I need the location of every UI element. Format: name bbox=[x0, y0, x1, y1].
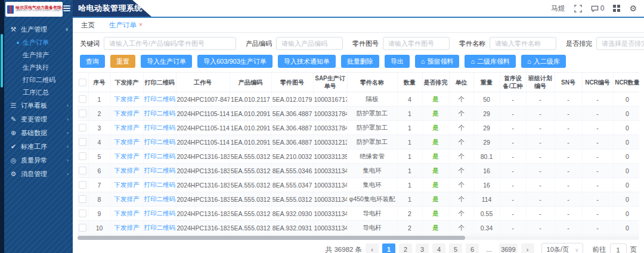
chevron-right-icon: › bbox=[67, 158, 69, 163]
horizontal-scrollbar-thumb[interactable] bbox=[78, 236, 465, 240]
toolbar-button-9[interactable]: ⌂入二级库 bbox=[521, 55, 566, 68]
cell-checkbox bbox=[78, 192, 88, 207]
page-size-select[interactable]: 10条/页∨ bbox=[541, 243, 583, 253]
button-label: 导入生产订单 bbox=[147, 57, 186, 66]
print-link[interactable]: 打印二维码 bbox=[144, 195, 176, 202]
scheduled-flag: 是 bbox=[432, 110, 439, 117]
filter-input[interactable] bbox=[383, 37, 450, 50]
page-button-5[interactable]: 5 bbox=[449, 243, 462, 253]
sidebar: 哈尔滨电气动力装备有限公司 HARBIN ELECTRIC POWER EQUI… bbox=[0, 0, 73, 253]
sidebar-item-standard-process[interactable]: ✔标准工序› bbox=[4, 140, 73, 154]
goto-page-input[interactable] bbox=[610, 243, 627, 253]
filter-input[interactable] bbox=[104, 37, 236, 50]
sidebar-item-order-board[interactable]: ☰订单看板› bbox=[4, 99, 73, 113]
print-link[interactable]: 打印二维码 bbox=[144, 124, 176, 131]
dispatch-link[interactable]: 下发排产 bbox=[114, 110, 140, 117]
sidebar-item-message[interactable]: ⚙消息管理› bbox=[4, 167, 73, 181]
page-button-6[interactable]: 6 bbox=[466, 243, 479, 253]
row-checkbox[interactable] bbox=[79, 195, 86, 203]
print-link[interactable]: 打印二维码 bbox=[144, 152, 176, 160]
orders-table: 序号下发排产打印二维码工作号产品编码零件图号SAP生产订单号零件名称数量是否排完… bbox=[78, 73, 639, 235]
cell-print: 打印二维码 bbox=[143, 164, 176, 178]
print-link[interactable]: 打印二维码 bbox=[144, 210, 176, 217]
apps-grid-icon[interactable] bbox=[613, 5, 620, 12]
row-checkbox[interactable] bbox=[79, 110, 86, 117]
cell-team_plan: - bbox=[526, 164, 555, 178]
cell-ncr_no: - bbox=[582, 178, 613, 192]
sidebar-subitem-0[interactable]: 生产订单 bbox=[4, 36, 73, 49]
toolbar-button-7[interactable]: ⌂预留领料 bbox=[415, 55, 460, 68]
row-checkbox[interactable] bbox=[79, 210, 86, 217]
toolbar-button-5[interactable]: 批量删除 bbox=[341, 55, 379, 68]
cell-weight: 16 bbox=[473, 164, 500, 178]
toolbar-button-0[interactable]: 查询 bbox=[80, 55, 105, 68]
row-checkbox[interactable] bbox=[79, 152, 86, 160]
filter-input[interactable] bbox=[276, 37, 343, 50]
select-all-checkbox[interactable] bbox=[79, 79, 86, 86]
horizontal-scrollbar[interactable] bbox=[78, 236, 639, 240]
row-checkbox[interactable] bbox=[79, 124, 86, 132]
dispatch-link[interactable]: 下发排产 bbox=[114, 138, 140, 145]
sidebar-item-production[interactable]: ⚒生产管理∨ bbox=[4, 23, 73, 36]
settings-gear-icon[interactable]: ⚙ bbox=[629, 4, 637, 13]
toolbar-button-6[interactable]: 导出 bbox=[385, 55, 410, 68]
toolbar-button-1[interactable]: 重置 bbox=[110, 55, 135, 68]
cell-weight: 29 bbox=[473, 135, 500, 149]
tab-0[interactable]: 主页 bbox=[81, 21, 95, 30]
sidebar-subitem-3[interactable]: 打印二维码 bbox=[4, 74, 73, 86]
print-link[interactable]: 打印二维码 bbox=[144, 167, 176, 174]
page-button-4[interactable]: 4 bbox=[432, 243, 445, 253]
dispatch-link[interactable]: 下发排产 bbox=[114, 152, 140, 160]
toolbar-button-4[interactable]: 导入技术通知单 bbox=[278, 55, 336, 68]
dispatch-link[interactable]: 下发排产 bbox=[114, 210, 140, 217]
print-link[interactable]: 打印二维码 bbox=[144, 110, 176, 117]
cell-scheduled: 是 bbox=[422, 221, 449, 235]
fullscreen-icon[interactable] bbox=[574, 5, 582, 13]
dispatch-link[interactable]: 下发排产 bbox=[114, 167, 140, 174]
filter-select[interactable]: 请选择是否排完∨ bbox=[596, 37, 644, 50]
sidebar-subitem-2[interactable]: 生产执行 bbox=[4, 61, 73, 74]
toolbar-button-8[interactable]: ⌂二级库领料 bbox=[465, 55, 516, 68]
print-link[interactable]: 打印二维码 bbox=[144, 181, 176, 188]
row-checkbox[interactable] bbox=[79, 138, 86, 146]
sidebar-item-base-data[interactable]: ⊕基础数据› bbox=[4, 126, 73, 140]
sidebar-collapse-icon[interactable] bbox=[63, 5, 70, 13]
sidebar-item-quality[interactable]: ◎质量异常› bbox=[4, 154, 73, 167]
tab-1[interactable]: 生产订单× bbox=[109, 21, 143, 30]
dispatch-link[interactable]: 下发排产 bbox=[114, 95, 140, 102]
page-button-3[interactable]: 3 bbox=[416, 243, 429, 253]
dispatch-link[interactable]: 下发排产 bbox=[114, 224, 140, 231]
sidebar-subitem-1[interactable]: 生产排产 bbox=[4, 49, 73, 61]
page-button-3699[interactable]: 3699 bbox=[499, 243, 517, 253]
cell-ncr_qty: 0 bbox=[613, 92, 639, 107]
print-link[interactable]: 打印二维码 bbox=[144, 95, 176, 102]
row-checkbox[interactable] bbox=[79, 224, 86, 232]
print-link[interactable]: 打印二维码 bbox=[144, 138, 176, 145]
next-page-button[interactable]: › bbox=[521, 243, 534, 253]
toolbar-button-3[interactable]: 导入603/903生产订单 bbox=[197, 55, 273, 68]
dispatch-link[interactable]: 下发排产 bbox=[114, 181, 140, 188]
cell-first_device: - bbox=[500, 135, 526, 149]
row-checkbox[interactable] bbox=[79, 95, 86, 103]
dispatch-link[interactable]: 下发排产 bbox=[114, 124, 140, 131]
row-checkbox[interactable] bbox=[79, 167, 86, 174]
toolbar-button-2[interactable]: 导入生产订单 bbox=[141, 55, 192, 68]
filter-input[interactable] bbox=[490, 37, 556, 50]
page-button-2[interactable]: 2 bbox=[399, 243, 412, 253]
dispatch-link[interactable]: 下发排产 bbox=[114, 195, 140, 202]
chevron-right-icon: › bbox=[67, 130, 69, 136]
print-link[interactable]: 打印二维码 bbox=[144, 224, 176, 231]
sidebar-item-change[interactable]: ✎变更管理› bbox=[4, 113, 73, 126]
cell-product_code: 1EA.010.2091 bbox=[230, 107, 271, 121]
col-header-product_code: 产品编码 bbox=[230, 73, 271, 92]
user-name[interactable]: 马煜 bbox=[551, 4, 565, 14]
sidebar-subitem-4[interactable]: 工序汇总 bbox=[4, 86, 73, 99]
col-header-weight: 重量 bbox=[473, 73, 500, 92]
table-row: 2下发排产打印二维码2024HPC1105-1147-21EA.010.2091… bbox=[78, 107, 639, 121]
message-icon[interactable]: 0 bbox=[591, 4, 605, 13]
sidebar-scrollbar-thumb[interactable] bbox=[1, 34, 3, 88]
row-checkbox[interactable] bbox=[79, 181, 86, 189]
prev-page-button[interactable]: ‹ bbox=[366, 243, 379, 253]
page-button-1[interactable]: 1 bbox=[382, 243, 395, 253]
close-icon[interactable]: × bbox=[139, 22, 143, 28]
